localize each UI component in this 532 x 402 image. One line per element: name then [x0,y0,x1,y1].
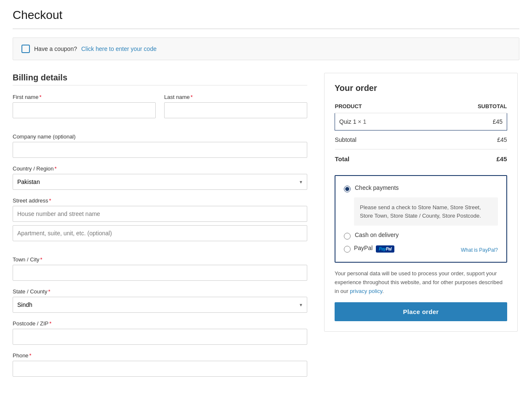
check-payment-label[interactable]: Check payments [355,184,399,191]
cod-radio[interactable] [344,233,351,240]
product-name-cell: Quiz 1 × 1 [335,113,430,130]
street-required: * [49,197,51,204]
cod-payment-option: Cash on delivery [344,232,498,240]
paypal-label[interactable]: PayPal [354,245,372,251]
country-group: Country / Region* Pakistan United Kingdo… [13,165,307,190]
title-divider [13,29,519,29]
city-label: Town / City* [13,256,307,263]
privacy-policy-link[interactable]: privacy policy [350,288,382,294]
city-input[interactable] [13,265,307,281]
last-name-label: Last name* [164,94,307,100]
last-name-input[interactable] [164,102,307,118]
country-required: * [55,165,57,172]
total-value: £45 [429,149,507,169]
street-group: Street address* [13,197,307,249]
city-group: Town / City* [13,256,307,281]
page-title: Checkout [13,8,519,22]
main-layout: Billing details First name* Last name* [13,73,519,384]
first-name-group: First name* [13,94,156,118]
postcode-input[interactable] [13,329,307,345]
order-summary: Your order Product Subtotal Quiz 1 × 1 £… [324,73,518,332]
what-is-paypal-link[interactable]: What is PayPal? [461,247,498,253]
postcode-group: Postcode / ZIP* [13,320,307,345]
payment-box: Check payments Please send a check to St… [335,175,507,263]
company-group: Company name (optional) [13,133,307,158]
total-row: Total £45 [335,149,507,169]
phone-input[interactable] [13,361,307,377]
street-input[interactable] [13,206,307,222]
postcode-label: Postcode / ZIP* [13,320,307,327]
phone-group: Phone* [13,352,307,377]
street-label: Street address* [13,197,307,204]
order-title: Your order [335,83,507,93]
last-name-group: Last name* [164,94,307,118]
check-payment-radio[interactable] [344,186,351,192]
last-name-required: * [191,94,193,100]
subtotal-value: £45 [429,130,507,149]
phone-label: Phone* [13,352,307,359]
name-row: First name* Last name* [13,94,307,126]
cod-label[interactable]: Cash on delivery [355,232,399,238]
apt-input[interactable] [13,225,307,241]
paypal-payment-option: PayPal PayPal What is PayPal? [344,245,498,253]
country-select-wrapper: Pakistan United Kingdom United States In… [13,174,307,190]
company-input[interactable] [13,142,307,158]
col-product: Product [335,100,430,113]
coupon-text: Have a coupon? [34,45,77,52]
phone-required: * [29,352,32,359]
coupon-link[interactable]: Click here to enter your code [81,45,157,52]
billing-section: Billing details First name* Last name* [13,73,307,384]
state-select-wrapper: Sindh Punjab KPK Balochistan Other [13,297,307,313]
state-label: State / County* [13,288,307,295]
state-group: State / County* Sindh Punjab KPK Balochi… [13,288,307,313]
privacy-text: Your personal data will be used to proce… [335,269,507,296]
city-required: * [40,256,43,263]
total-label: Total [335,149,430,169]
billing-title: Billing details [13,73,307,83]
subtotal-row: Subtotal £45 [335,130,507,149]
coupon-bar: Have a coupon? Click here to enter your … [13,37,519,60]
country-label: Country / Region* [13,165,307,172]
order-table: Product Subtotal Quiz 1 × 1 £45 Subtotal… [335,100,507,168]
paypal-logo-icon: PayPal [376,245,394,253]
paypal-radio[interactable] [344,246,351,253]
product-price-cell: £45 [429,113,507,130]
product-row: Quiz 1 × 1 £45 [335,113,507,130]
place-order-button[interactable]: Place order [335,302,507,321]
postcode-required: * [49,320,51,327]
billing-divider [13,85,307,85]
check-payment-description: Please send a check to Store Name, Store… [354,197,498,226]
subtotal-label: Subtotal [335,130,430,149]
coupon-icon [21,45,30,53]
company-label: Company name (optional) [13,133,307,140]
check-payment-option: Check payments [344,184,498,193]
col-subtotal: Subtotal [429,100,507,113]
state-required: * [48,288,50,295]
state-select[interactable]: Sindh Punjab KPK Balochistan Other [13,297,307,313]
first-name-label: First name* [13,94,156,100]
first-name-required: * [39,94,41,100]
country-select[interactable]: Pakistan United Kingdom United States In… [13,174,307,190]
first-name-input[interactable] [13,102,156,118]
